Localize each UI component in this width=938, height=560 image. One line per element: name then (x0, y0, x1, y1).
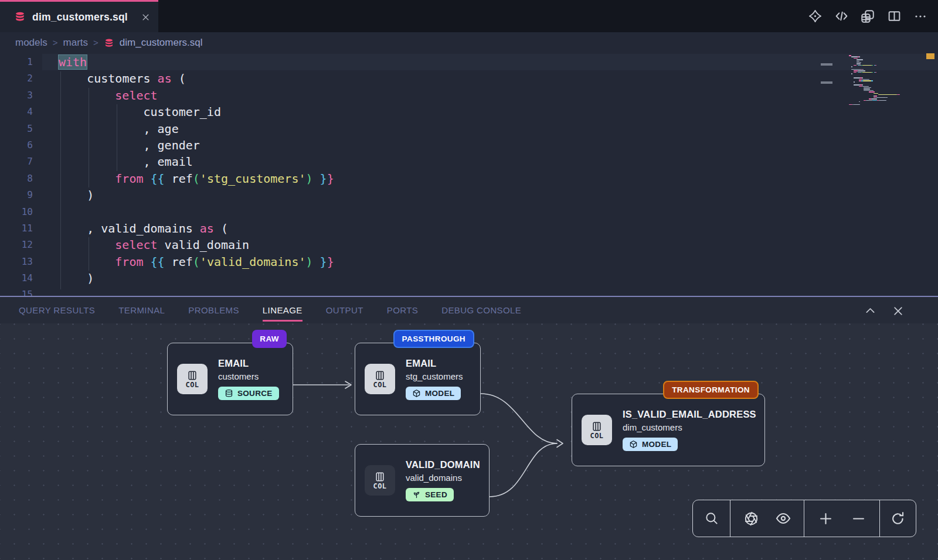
chevron-right-icon: > (53, 37, 58, 47)
columns-icon (186, 370, 198, 381)
tab-output[interactable]: OUTPUT (326, 305, 363, 315)
code-editor[interactable]: 123456789101112131415 with customers as … (0, 53, 938, 296)
badge-passthrough: PASSTHROUGH (393, 330, 474, 348)
chevron-right-icon: > (93, 37, 98, 47)
indent-guide (117, 104, 117, 171)
breadcrumb-marts[interactable]: marts (63, 37, 89, 49)
node-subtitle: stg_customers (406, 371, 463, 381)
col-label: COL (185, 381, 199, 389)
toolbar-group-view (730, 500, 804, 537)
chip-label: MODEL (642, 440, 671, 449)
eye-icon[interactable] (772, 507, 795, 530)
col-label: COL (373, 381, 386, 389)
chip-label: SOURCE (237, 389, 273, 398)
overview-ruler-dash (821, 81, 832, 84)
database-icon (14, 11, 26, 23)
badge-raw: RAW (252, 330, 287, 348)
tab-dim-customers[interactable]: dim_customers.sql (0, 0, 158, 32)
lineage-canvas[interactable]: RAW COL EMAIL customers SOURCE PAS (0, 323, 938, 560)
columns-icon (591, 421, 603, 432)
node-title: EMAIL (406, 358, 463, 369)
node-subtitle: valid_domains (406, 473, 480, 483)
code-lines: with customers as ( select customer_id ,… (42, 54, 938, 296)
node-title: EMAIL (218, 358, 279, 369)
source-chip[interactable]: SOURCE (218, 387, 279, 400)
lineage-node-stg-customers[interactable]: PASSTHROUGH COL EMAIL stg_customers MODE… (355, 343, 481, 415)
chip-label: MODEL (425, 389, 454, 398)
tab-query-results[interactable]: QUERY RESULTS (19, 305, 95, 315)
zoom-out-icon[interactable] (847, 507, 870, 530)
overview-ruler-marker (926, 53, 934, 59)
cube-icon (412, 389, 421, 398)
breadcrumb: models > marts > dim_customers.sql (0, 32, 938, 53)
cube-icon (629, 440, 638, 449)
ide-window: dim_customers.sql (0, 0, 938, 560)
column-tile: COL (177, 364, 208, 394)
tab-problems[interactable]: PROBLEMS (188, 305, 239, 315)
node-title: VALID_DOMAIN (406, 459, 480, 470)
more-actions-icon[interactable] (912, 8, 929, 25)
tab-close-icon[interactable] (141, 13, 150, 22)
refresh-icon[interactable] (886, 507, 910, 530)
tab-label: dim_customers.sql (32, 11, 128, 23)
aperture-icon[interactable] (739, 507, 763, 530)
toolbar-group-refresh (880, 500, 916, 537)
chevron-up-icon[interactable] (862, 303, 878, 319)
split-editor-icon[interactable] (886, 8, 902, 25)
column-tile: COL (365, 364, 395, 394)
model-chip[interactable]: MODEL (406, 387, 461, 400)
toolbar-group-search (693, 500, 730, 537)
editor-tab-bar: dim_customers.sql (0, 0, 938, 32)
column-tile: COL (365, 465, 395, 496)
minimap[interactable] (849, 55, 922, 105)
indent-guide (89, 237, 89, 271)
editor-actions (807, 0, 929, 32)
badge-transformation: TRANSFORMATION (663, 381, 759, 399)
breadcrumb-file[interactable]: dim_customers.sql (120, 37, 203, 49)
tab-lineage[interactable]: LINEAGE (263, 305, 303, 315)
close-icon[interactable] (890, 303, 906, 319)
panel-actions (862, 297, 906, 325)
bottom-panel-tab-bar: QUERY RESULTS TERMINAL PROBLEMS LINEAGE … (0, 296, 938, 323)
tab-debug-console[interactable]: DEBUG CONSOLE (441, 305, 521, 315)
gutter: 123456789101112131415 (0, 54, 42, 296)
database-icon (225, 389, 233, 398)
indent-guide (60, 71, 61, 289)
seed-chip[interactable]: SEED (406, 488, 454, 501)
chip-label: SEED (425, 490, 447, 499)
lineage-toolbar (692, 500, 916, 537)
node-title: IS_VALID_EMAIL_ADDRESS (623, 409, 756, 420)
lineage-node-valid-domains[interactable]: COL VALID_DOMAIN valid_domains SEED (355, 444, 490, 517)
breadcrumb-models[interactable]: models (15, 37, 47, 49)
column-tile: COL (582, 415, 612, 445)
overview-ruler-dash (821, 63, 832, 66)
tab-terminal[interactable]: TERMINAL (118, 305, 165, 315)
col-label: COL (590, 432, 603, 440)
sprout-icon (412, 490, 421, 499)
columns-icon (374, 471, 386, 483)
lineage-node-dim-customers[interactable]: TRANSFORMATION COL IS_VALID_EMAIL_ADDRES… (572, 394, 765, 466)
search-icon[interactable] (700, 507, 723, 530)
indent-guide (89, 88, 89, 187)
model-chip[interactable]: MODEL (623, 438, 678, 451)
col-label: COL (373, 482, 386, 490)
copy-table-icon[interactable] (859, 8, 876, 25)
node-subtitle: customers (218, 371, 279, 381)
tab-ports[interactable]: PORTS (387, 305, 418, 315)
columns-icon (374, 370, 386, 381)
node-subtitle: dim_customers (623, 422, 756, 432)
database-icon (104, 37, 114, 49)
zoom-in-icon[interactable] (814, 507, 837, 530)
lineage-node-customers[interactable]: RAW COL EMAIL customers SOURCE (167, 343, 293, 415)
dbt-logo-icon[interactable] (807, 8, 823, 25)
code-view-icon[interactable] (833, 8, 849, 25)
toolbar-group-zoom (804, 500, 880, 537)
